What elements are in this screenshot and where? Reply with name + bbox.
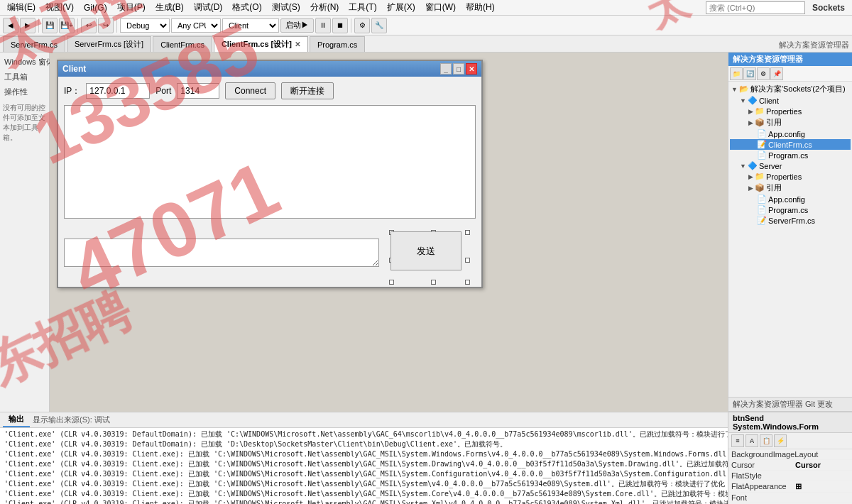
prop-val-flatappearance: ⊞ <box>795 482 802 491</box>
send-button[interactable]: 发送 <box>390 231 462 270</box>
tree-icon-serverfrm: 📝 <box>757 216 767 225</box>
tabs-right: 解决方案资源管理器 <box>779 40 849 52</box>
tb-stop-btn[interactable]: ⏹ <box>332 18 348 33</box>
tb-save-all-btn[interactable]: 💾+ <box>59 18 75 33</box>
menu-item-build[interactable]: 生成(B) <box>151 0 188 15</box>
right-panel: 解决方案资源管理器 📁 🔄 ⚙ 📌 ▼ 📂 解决方案'Sockets'(2个项目… <box>728 53 852 412</box>
menu-item-window[interactable]: 窗口(W) <box>421 0 460 15</box>
sidebar-item-windows-forms[interactable]: Windows 窗体 <box>1 55 48 69</box>
cpu-dropdown[interactable]: Any CPU <box>171 18 221 33</box>
tree-icon-root: 📂 <box>739 84 749 94</box>
solution-tree: ▼ 📂 解决方案'Sockets'(2个项目) ▼ 🔷 Client ▶ 📁 P… <box>728 82 852 395</box>
tree-icon-properties: 📁 <box>755 106 765 116</box>
client-window: Client _ □ ✕ IP： Port Connect 断开连接 <box>57 60 483 288</box>
tree-item-appconfig[interactable]: 📄 App.config <box>730 128 851 139</box>
send-input[interactable] <box>64 239 379 267</box>
sol-tb-btn-4[interactable]: 📌 <box>770 67 783 80</box>
menu-item-analyze[interactable]: 分析(N) <box>306 0 344 15</box>
tree-item-properties[interactable]: ▶ 📁 Properties <box>730 106 851 116</box>
tab-clientfrm[interactable]: ClientFrm.cs <box>153 36 212 52</box>
tab-clientfrm-design-close[interactable]: ✕ <box>295 40 300 48</box>
run-button[interactable]: 启动▶ <box>280 18 314 33</box>
design-area[interactable]: Client _ □ ✕ IP： Port Connect 断开连接 <box>50 53 728 412</box>
prop-val-cursor: Cursor <box>795 461 821 469</box>
prop-tb-btn-alpha[interactable]: A <box>746 434 758 447</box>
tree-item-server-properties[interactable]: ▶ 📁 Properties <box>730 171 851 182</box>
menu-item-project[interactable]: 项目(P) <box>113 0 150 15</box>
tb-back-btn[interactable]: ◀ <box>3 18 18 33</box>
prop-tb-btn-cat[interactable]: ≡ <box>731 434 744 447</box>
solution-explorer-tab-label[interactable]: 解决方案资源管理器 <box>779 40 849 50</box>
tree-item-client[interactable]: ▼ 🔷 Client <box>730 95 851 106</box>
tb-redo-btn[interactable]: ↪ <box>98 18 114 33</box>
debug-dropdown[interactable]: Debug <box>120 18 170 33</box>
sel-handle-tr <box>465 230 470 235</box>
tab-serverfrm[interactable]: ServerFrm.cs <box>3 36 65 52</box>
tree-item-server-refs[interactable]: ▶ 📦 引用 <box>730 182 851 194</box>
menu-item-extensions[interactable]: 扩展(X) <box>383 0 420 15</box>
menu-item-debug[interactable]: 调试(D) <box>190 0 227 15</box>
tab-program-label: Program.cs <box>317 40 357 49</box>
tree-item-program-cs[interactable]: 📄 Program.cs <box>730 150 851 160</box>
tab-program[interactable]: Program.cs <box>310 36 365 52</box>
tree-item-server[interactable]: ▼ 🔷 Server <box>730 160 851 171</box>
output-tab-output[interactable]: 输出 <box>3 412 30 427</box>
client-title-bar[interactable]: Client _ □ ✕ <box>58 61 481 77</box>
tb-ext-btn[interactable]: 🔧 <box>371 18 387 33</box>
tree-item-serverfrm[interactable]: 📝 ServerFrm.cs <box>730 215 851 226</box>
properties-panel: btnSend System.Windows.Form ≡ A 📋 ⚡ Back… <box>728 412 852 504</box>
maximize-button[interactable]: □ <box>453 63 464 75</box>
menu-item-format[interactable]: 格式(O) <box>228 0 266 15</box>
prop-tb-btn-events[interactable]: ⚡ <box>774 434 787 447</box>
close-button[interactable]: ✕ <box>466 63 477 75</box>
left-sidebar: Windows 窗体 工具箱 操作性 没有可用的控件可添加至文本加到工具箱。 <box>0 53 50 412</box>
tree-label-server-appconfig: App.config <box>768 195 805 204</box>
sol-tb-btn-2[interactable]: 🔄 <box>743 67 756 80</box>
client-dropdown[interactable]: Client <box>222 18 279 33</box>
menu-item-tools[interactable]: 工具(T) <box>344 0 381 15</box>
menu-item-help[interactable]: 帮助(H) <box>462 0 499 15</box>
tree-icon-appconfig: 📄 <box>757 129 767 138</box>
tab-serverfrm-design-label: ServerFrm.cs [设计] <box>75 39 143 50</box>
sidebar-item-properties[interactable]: 操作性 <box>1 85 48 99</box>
menu-item-edit[interactable]: 编辑(E) <box>3 0 40 15</box>
minimize-button[interactable]: _ <box>440 63 452 75</box>
connect-button[interactable]: Connect <box>225 82 275 99</box>
sidebar-item-toolbox[interactable]: 工具箱 <box>1 70 48 84</box>
tree-icon-client: 🔷 <box>748 96 758 105</box>
bottom-panel: 输出 显示输出来源(S): 调试 🔍 📋 ✖ 'Client.exe' (CLR… <box>0 412 852 504</box>
tree-icon-server-appconfig: 📄 <box>757 195 767 204</box>
output-source-label: 显示输出来源(S): 调试 <box>33 415 110 425</box>
sol-tb-btn-1[interactable]: 📁 <box>730 67 743 80</box>
tab-clientfrm-design[interactable]: ClientFrm.cs [设计] ✕ <box>214 36 308 52</box>
tree-item-clientfrm[interactable]: 📝 ClientFrm.cs <box>730 139 851 150</box>
sol-tb-btn-3[interactable]: ⚙ <box>757 67 770 80</box>
sel-handle-bl <box>389 280 394 285</box>
tab-clientfrm-label: ClientFrm.cs <box>160 40 204 49</box>
tree-item-refs[interactable]: ▶ 📦 引用 <box>730 116 851 128</box>
disconnect-button[interactable]: 断开连接 <box>281 82 334 99</box>
git-tab-label[interactable]: 解决方案资源管理器 Git 更改 <box>728 398 852 412</box>
tree-item-root[interactable]: ▼ 📂 解决方案'Sockets'(2个项目) <box>730 83 851 95</box>
tb-save-btn[interactable]: 💾 <box>42 18 58 33</box>
sidebar-note: 没有可用的控件可添加至文本加到工具箱。 <box>1 100 48 146</box>
search-input[interactable] <box>706 1 805 14</box>
tb-sep-4 <box>351 18 351 33</box>
port-input[interactable] <box>177 83 219 99</box>
tb-undo-btn[interactable]: ↩ <box>81 18 97 33</box>
tree-item-server-appconfig[interactable]: 📄 App.config <box>730 194 851 204</box>
tree-label-root: 解决方案'Sockets'(2个项目) <box>750 84 846 94</box>
menu-item-view[interactable]: 视图(V) <box>41 0 78 15</box>
tab-serverfrm-design[interactable]: ServerFrm.cs [设计] <box>67 36 151 52</box>
menu-item-git[interactable]: Git(G) <box>80 1 111 14</box>
tb-settings-btn[interactable]: ⚙ <box>354 18 370 33</box>
tb-pause-btn[interactable]: ⏸ <box>315 18 331 33</box>
tb-forward-btn[interactable]: ▶ <box>20 18 36 33</box>
tree-item-server-program[interactable]: 📄 Program.cs <box>730 204 851 215</box>
menu-item-test[interactable]: 测试(S) <box>268 0 305 15</box>
tree-icon-program-cs: 📄 <box>757 150 767 160</box>
prop-tb-btn-props[interactable]: 📋 <box>760 434 772 447</box>
sel-handle-bc <box>431 280 436 285</box>
ip-input[interactable] <box>86 83 150 99</box>
input-row: 发送 <box>64 224 476 281</box>
